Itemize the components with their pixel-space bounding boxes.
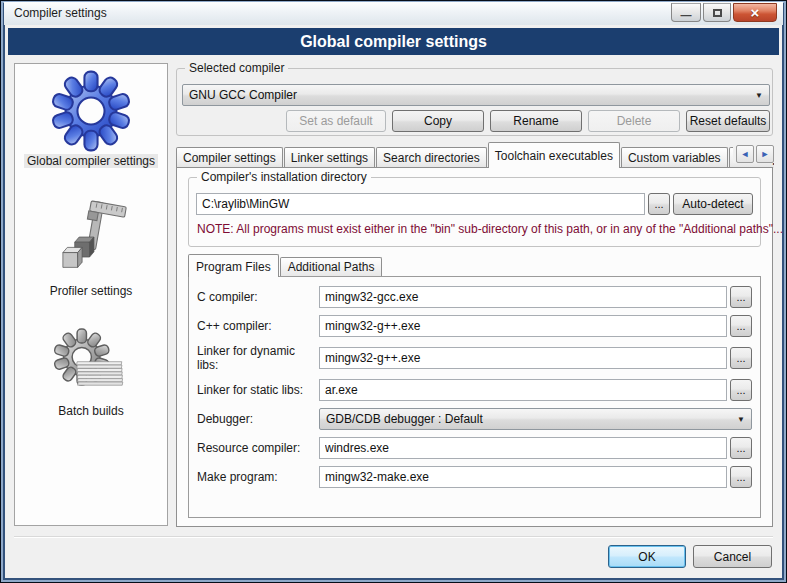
page-title: Global compiler settings: [8, 28, 779, 55]
settings-category-list: Global compiler settings: [14, 63, 168, 526]
close-button[interactable]: ×: [733, 3, 777, 22]
static-linker-browse-button[interactable]: ...: [730, 379, 752, 401]
chevron-down-icon: ▼: [737, 415, 745, 424]
tab-search-directories[interactable]: Search directories: [376, 147, 487, 168]
minimize-button[interactable]: —: [671, 3, 701, 22]
c-compiler-input[interactable]: [319, 286, 727, 308]
titlebar[interactable]: Compiler settings: [4, 2, 783, 25]
compiler-settings-dialog: Compiler settings — × Global compiler se…: [0, 0, 787, 583]
resource-compiler-label: Resource compiler:: [197, 441, 319, 455]
tab-scroll-controls: ◄ ►: [733, 145, 774, 163]
installation-directory-browse-button[interactable]: ...: [648, 193, 670, 215]
compiler-select-value: GNU GCC Compiler: [189, 88, 749, 102]
auto-detect-button[interactable]: Auto-detect: [673, 193, 753, 215]
gray-gear-stack-icon: [51, 326, 131, 402]
debugger-select-value: GDB/CDB debugger : Default: [326, 412, 731, 426]
selected-compiler-legend: Selected compiler: [185, 61, 288, 75]
compiler-select[interactable]: GNU GCC Compiler ▼: [182, 84, 770, 106]
tab-scroll-right-icon: ►: [761, 149, 770, 159]
resource-compiler-input[interactable]: [319, 437, 727, 459]
cancel-button[interactable]: Cancel: [693, 545, 772, 568]
field-row-resource-compiler: Resource compiler: ...: [197, 437, 752, 459]
sidebar-item-global-compiler-settings[interactable]: Global compiler settings: [24, 70, 158, 168]
make-program-input[interactable]: [319, 466, 727, 488]
reset-defaults-button[interactable]: Reset defaults: [686, 110, 770, 132]
cpp-compiler-browse-button[interactable]: ...: [730, 315, 752, 337]
field-row-static-linker: Linker for static libs: ...: [197, 379, 752, 401]
dynamic-linker-input[interactable]: [319, 347, 727, 369]
chevron-down-icon: ▼: [755, 91, 763, 100]
make-program-browse-button[interactable]: ...: [730, 466, 752, 488]
compiler-actions: Set as default Copy Rename Delete Reset …: [286, 110, 770, 132]
ok-button[interactable]: OK: [608, 545, 686, 568]
tab-scroll-right-button[interactable]: ►: [756, 145, 774, 163]
bin-subdirectory-note: NOTE: All programs must exist either in …: [197, 222, 783, 236]
resource-compiler-browse-button[interactable]: ...: [730, 437, 752, 459]
field-row-debugger: Debugger: GDB/CDB debugger : Default ▼: [197, 408, 752, 430]
installation-directory-input[interactable]: [196, 193, 645, 215]
tab-program-files[interactable]: Program Files: [188, 254, 279, 277]
sidebar-item-label: Global compiler settings: [24, 154, 158, 168]
footer-divider: [14, 536, 773, 538]
dynamic-linker-label: Linker for dynamic libs:: [197, 344, 319, 372]
debugger-select[interactable]: GDB/CDB debugger : Default ▼: [319, 408, 752, 430]
sidebar-item-label: Batch builds: [55, 404, 126, 418]
tab-custom-variables[interactable]: Custom variables: [621, 147, 728, 168]
c-compiler-label: C compiler:: [197, 290, 319, 304]
cpp-compiler-input[interactable]: [319, 315, 727, 337]
program-files-panel: C compiler: ... C++ compiler: ... Linker…: [188, 276, 761, 518]
installation-directory-row: ... Auto-detect: [196, 193, 753, 215]
tab-toolchain-executables[interactable]: Toolchain executables: [488, 142, 620, 168]
installation-directory-legend: Compiler's installation directory: [197, 170, 371, 184]
sidebar-item-label: Profiler settings: [47, 284, 136, 298]
c-compiler-browse-button[interactable]: ...: [730, 286, 752, 308]
field-row-dynamic-linker: Linker for dynamic libs: ...: [197, 344, 752, 372]
close-icon: ×: [751, 5, 760, 20]
field-row-c-compiler: C compiler: ...: [197, 286, 752, 308]
window-title: Compiler settings: [14, 6, 107, 20]
tab-linker-settings[interactable]: Linker settings: [284, 147, 375, 168]
delete-button: Delete: [588, 110, 680, 132]
blue-gear-icon: [50, 70, 132, 152]
window-controls: — ×: [671, 3, 777, 22]
minimize-icon: —: [681, 10, 692, 20]
cpp-compiler-label: C++ compiler:: [197, 319, 319, 333]
tab-additional-paths[interactable]: Additional Paths: [280, 257, 383, 277]
tab-scroll-left-icon: ◄: [741, 149, 750, 159]
static-linker-label: Linker for static libs:: [197, 383, 319, 397]
tab-compiler-settings[interactable]: Compiler settings: [176, 147, 283, 168]
settings-tabs: Compiler settings Linker settings Search…: [176, 142, 774, 168]
field-row-cpp-compiler: C++ compiler: ...: [197, 315, 752, 337]
restore-button[interactable]: [703, 3, 731, 22]
make-program-label: Make program:: [197, 470, 319, 484]
dynamic-linker-browse-button[interactable]: ...: [730, 347, 752, 369]
static-linker-input[interactable]: [319, 379, 727, 401]
toolchain-executables-page: Compiler's installation directory ... Au…: [176, 167, 773, 527]
sidebar-item-batch-builds[interactable]: Batch builds: [51, 326, 131, 418]
sidebar-item-profiler-settings[interactable]: Profiler settings: [47, 198, 136, 298]
field-row-make-program: Make program: ...: [197, 466, 752, 488]
restore-icon: [713, 9, 722, 17]
program-subtabs: Program Files Additional Paths: [188, 254, 383, 277]
set-as-default-button: Set as default: [286, 110, 386, 132]
rename-button[interactable]: Rename: [490, 110, 582, 132]
copy-button[interactable]: Copy: [392, 110, 484, 132]
tab-scroll-left-button[interactable]: ◄: [736, 145, 754, 163]
selected-compiler-group: Selected compiler GNU GCC Compiler ▼ Set…: [176, 68, 773, 136]
caliper-icon: [54, 198, 128, 282]
installation-directory-group: Compiler's installation directory ... Au…: [188, 177, 761, 247]
debugger-label: Debugger:: [197, 412, 319, 426]
